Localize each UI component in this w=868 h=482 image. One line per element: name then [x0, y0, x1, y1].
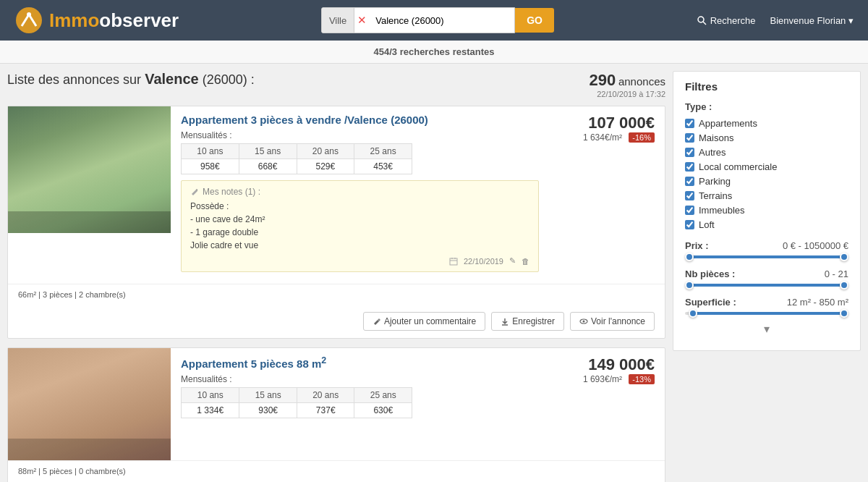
- listing-bottom: 88m² | 5 pièces | 0 chambre(s): [8, 460, 665, 482]
- pencil-icon: [373, 317, 381, 326]
- table-cell: 958€: [182, 159, 239, 174]
- listing-details: Appartement 5 pièces 88 m2 Mensualités :…: [171, 348, 549, 460]
- filter-superficie-section: Superficie : 12 m² - 850 m²: [685, 297, 848, 315]
- filter-checkbox-label: Parking: [699, 176, 731, 187]
- filter-checkbox-item: Loft: [685, 219, 848, 230]
- table-header: 25 ans: [354, 388, 412, 403]
- price-per-m2: 1 634€/m² -16%: [559, 132, 655, 143]
- table-header: 10 ans: [182, 388, 239, 403]
- add-comment-button[interactable]: Ajouter un commentaire: [363, 312, 485, 331]
- filter-checkbox-immeubles[interactable]: [685, 206, 694, 215]
- search-clear-icon[interactable]: ✕: [354, 14, 370, 27]
- price-range-min-thumb[interactable]: [685, 253, 694, 261]
- view-listing-label: Voir l'annonce: [591, 316, 645, 326]
- filter-checkbox-label: Local commerciale: [699, 161, 777, 172]
- listing-bottom: 66m² | 3 pièces | 2 chambre(s): [8, 284, 665, 308]
- notes-title: Mes notes (1) :: [203, 187, 260, 197]
- save-button[interactable]: Enregistrer: [491, 312, 564, 331]
- svg-point-10: [582, 321, 584, 323]
- svg-point-0: [16, 7, 42, 33]
- mensualites-table: 10 ans 15 ans 20 ans 25 ans 958€ 668€ 52…: [181, 143, 412, 174]
- action-buttons: Ajouter un commentaire Enregistrer Voir …: [8, 308, 665, 338]
- table-header: 25 ans: [354, 144, 412, 159]
- go-button[interactable]: GO: [515, 8, 554, 33]
- filter-checkbox-local[interactable]: [685, 162, 694, 172]
- filter-checkbox-label: Appartements: [699, 118, 757, 129]
- notes-content: Possède :- une cave de 24m²- 1 garage do…: [190, 200, 529, 252]
- table-cell: 630€: [354, 403, 412, 418]
- search-remaining-label: recherches restantes: [400, 46, 495, 57]
- price-range-slider[interactable]: [685, 255, 848, 258]
- filter-checkbox-item: Immeubles: [685, 205, 848, 216]
- chevron-down-icon: ▾: [848, 15, 854, 26]
- eye-icon: [579, 317, 588, 326]
- count-number: 290: [590, 71, 616, 89]
- listing-right: 107 000€ 1 634€/m² -16%: [549, 106, 665, 284]
- table-cell: 1 334€: [182, 403, 239, 418]
- filter-checkbox-parking[interactable]: [685, 177, 694, 186]
- price-range-max-thumb[interactable]: [840, 253, 848, 261]
- edit-icon[interactable]: ✎: [509, 256, 516, 266]
- table-header: 15 ans: [239, 388, 297, 403]
- nav-recherche-label: Recherche: [710, 15, 756, 26]
- sidebar: Filtres Type : Appartements Maisons Autr…: [673, 71, 861, 482]
- filter-checkbox-terrains[interactable]: [685, 191, 694, 200]
- filter-type-label: Type :: [685, 101, 848, 112]
- table-cell: 453€: [354, 159, 412, 174]
- table-cell: 737€: [297, 403, 354, 418]
- listing-title[interactable]: Appartement 5 pièces 88 m2: [181, 355, 539, 370]
- table-header: 20 ans: [297, 388, 354, 403]
- filter-checkbox-item: Terrains: [685, 190, 848, 201]
- filter-checkbox-item: Parking: [685, 176, 848, 187]
- filter-checkbox-loft[interactable]: [685, 220, 694, 229]
- filter-checkbox-label: Loft: [699, 219, 715, 230]
- pieces-range-min-thumb[interactable]: [685, 281, 694, 289]
- filter-superficie-value: 12 m² - 850 m²: [787, 297, 848, 308]
- page-title: Liste des annonces sur Valence (26000) :: [7, 71, 255, 88]
- filter-pieces-value: 0 - 21: [825, 269, 848, 279]
- superficie-range-slider[interactable]: [685, 312, 848, 315]
- filter-checkbox-item: Autres: [685, 147, 848, 158]
- filter-checkbox-appartements[interactable]: [685, 119, 694, 128]
- pieces-range-slider[interactable]: [685, 284, 848, 287]
- filter-checkbox-autres[interactable]: [685, 148, 694, 157]
- filter-checkbox-label: Maisons: [699, 132, 733, 143]
- add-comment-label: Ajouter un commentaire: [384, 316, 476, 326]
- price-m2-value: 1 693€/m²: [583, 374, 622, 384]
- nav-user[interactable]: Bienvenue Florian ▾: [770, 15, 854, 26]
- city-code: (26000) :: [203, 72, 255, 87]
- logo-icon: [14, 6, 43, 35]
- nav-recherche[interactable]: Recherche: [697, 15, 756, 26]
- save-label: Enregistrer: [512, 316, 555, 326]
- filter-title: Filtres: [685, 80, 848, 93]
- listing-price: 107 000€: [559, 114, 655, 132]
- svg-line-3: [703, 22, 706, 25]
- main-layout: Liste des annonces sur Valence (26000) :…: [0, 64, 868, 482]
- search-input[interactable]: [370, 8, 514, 33]
- table-header: 20 ans: [297, 144, 354, 159]
- filter-checkbox-label: Autres: [699, 147, 726, 158]
- view-listing-button[interactable]: Voir l'annonce: [570, 312, 655, 331]
- superficie-range-max-thumb[interactable]: [840, 309, 848, 318]
- scroll-down-icon[interactable]: ▾: [685, 316, 848, 342]
- mensualites-label: Mensualités :: [181, 374, 539, 384]
- svg-point-2: [698, 17, 704, 22]
- listing-title[interactable]: Appartement 3 pièces à vendre /Valence (…: [181, 114, 539, 126]
- notes-date: 22/10/2019: [464, 257, 503, 266]
- delete-icon[interactable]: 🗑: [522, 257, 529, 266]
- pieces-range-max-thumb[interactable]: [840, 281, 848, 289]
- annonces-date: 22/10/2019 à 17:32: [590, 90, 665, 98]
- listing-card: Appartement 3 pièces à vendre /Valence (…: [7, 106, 665, 339]
- filter-checkbox-maisons[interactable]: [685, 133, 694, 143]
- table-cell: 668€: [239, 159, 297, 174]
- logo-immo: Immo: [49, 9, 99, 31]
- mensualites-label: Mensualités :: [181, 130, 539, 140]
- logo: Immoobserver: [14, 6, 179, 35]
- price-m2-value: 1 634€/m²: [583, 132, 622, 143]
- city-name: Valence: [145, 71, 199, 87]
- filter-checkbox-label: Terrains: [699, 190, 732, 201]
- download-icon: [501, 317, 509, 326]
- sub-header: 454/3 recherches restantes: [0, 41, 868, 64]
- superficie-range-min-thumb[interactable]: [689, 309, 697, 318]
- logo-observer: observer: [99, 9, 179, 31]
